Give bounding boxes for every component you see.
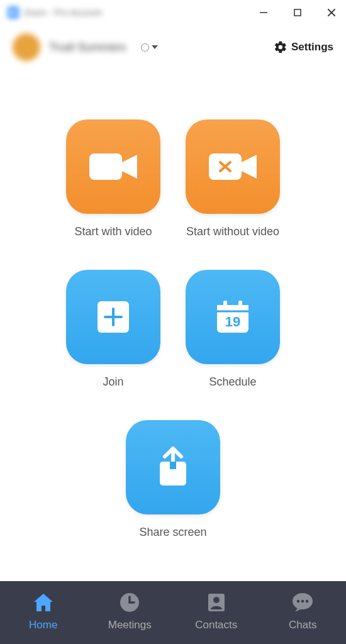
app-title: Zoom - Pro Account [24, 8, 102, 18]
share-icon [126, 420, 220, 514]
nav-label: Home [29, 619, 57, 631]
nav-home[interactable]: Home [12, 592, 75, 631]
gear-icon [274, 40, 287, 54]
svg-rect-2 [294, 9, 301, 16]
tile-label: Start without video [186, 225, 279, 238]
app-icon [8, 7, 19, 18]
header-left: Trudi Summers [13, 33, 274, 61]
tile-label: Schedule [209, 375, 256, 389]
svg-rect-19 [170, 462, 176, 469]
contacts-icon [206, 592, 226, 613]
titlebar-left: Zoom - Pro Account [8, 7, 102, 18]
status-dropdown[interactable] [141, 43, 158, 52]
calendar-icon: 19 [186, 270, 280, 364]
status-indicator-icon [141, 43, 149, 52]
home-icon [33, 592, 54, 613]
avatar[interactable] [13, 33, 40, 61]
close-button[interactable] [322, 4, 341, 21]
video-off-icon [186, 119, 280, 214]
share-screen-button[interactable]: Share screen [126, 420, 220, 539]
tile-row: Start with video Start without video [66, 119, 280, 238]
username: Trudi Summers [49, 41, 126, 54]
nav-contacts[interactable]: Contacts [185, 592, 248, 631]
schedule-button[interactable]: 19 Schedule [186, 270, 280, 389]
clock-icon [120, 592, 140, 613]
nav-label: Chats [289, 619, 316, 631]
header: Trudi Summers Settings [0, 25, 346, 69]
nav-label: Contacts [195, 619, 237, 631]
svg-rect-16 [238, 301, 242, 308]
video-icon [66, 119, 160, 214]
tile-row: Join 19 Schedule [66, 270, 280, 389]
join-button[interactable]: Join [66, 270, 160, 389]
nav-meetings[interactable]: Meetings [98, 592, 161, 631]
main-area: Start with video Start without video [0, 69, 346, 581]
maximize-button[interactable] [288, 4, 307, 21]
calendar-day: 19 [225, 314, 240, 330]
svg-point-22 [213, 597, 220, 603]
nav-chats[interactable]: Chats [271, 592, 334, 631]
tile-label: Start with video [74, 225, 152, 238]
window-controls [254, 4, 341, 21]
svg-point-26 [306, 600, 309, 603]
tile-row: Share screen [126, 420, 220, 539]
svg-point-24 [297, 600, 300, 603]
settings-label: Settings [291, 41, 333, 53]
svg-rect-15 [223, 301, 227, 308]
chevron-down-icon [152, 45, 158, 49]
settings-button[interactable]: Settings [274, 40, 333, 54]
tile-label: Join [103, 375, 123, 389]
minimize-button[interactable] [254, 4, 273, 21]
svg-rect-0 [9, 11, 14, 14]
bottom-nav: Home Meetings Contacts Chats [0, 581, 346, 644]
nav-label: Meetings [108, 619, 152, 631]
tile-label: Share screen [139, 526, 206, 539]
svg-rect-5 [89, 153, 122, 180]
titlebar: Zoom - Pro Account [0, 0, 346, 25]
svg-point-25 [301, 600, 304, 603]
start-without-video-button[interactable]: Start without video [186, 119, 280, 238]
plus-icon [66, 270, 160, 364]
chat-icon [291, 592, 314, 613]
start-with-video-button[interactable]: Start with video [66, 119, 160, 238]
